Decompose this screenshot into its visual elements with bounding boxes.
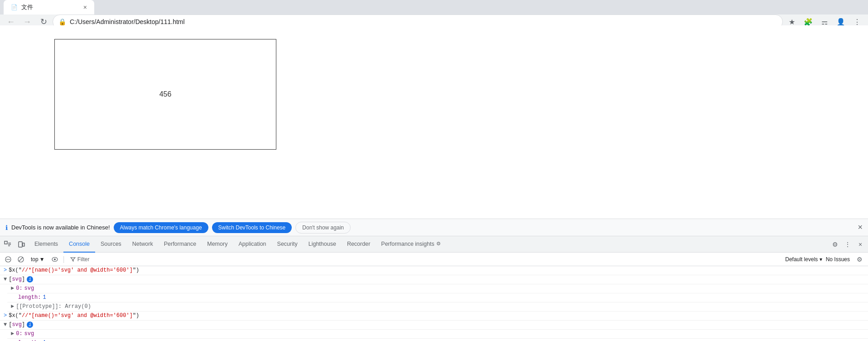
- result-key-0-2: 0:: [16, 331, 22, 337]
- device-toggle-button[interactable]: [15, 239, 27, 250]
- svg-display-box: 456: [54, 39, 276, 150]
- context-dropdown-icon: ▼: [39, 256, 45, 263]
- tab-performance-insights[interactable]: Performance insights ⚙: [376, 236, 446, 253]
- result-prototype: [[Prototype]]: Array(0): [16, 303, 91, 310]
- tab-favicon: 📄: [11, 4, 18, 10]
- devtools-tab-bar: Elements Console Sources Network Perform…: [0, 236, 868, 253]
- context-label: top: [31, 256, 39, 263]
- console-input-text: $x("//*[name()='svg' and @width='600']"): [9, 267, 139, 273]
- devtools-close-button[interactable]: ×: [854, 239, 866, 250]
- tab-application[interactable]: Application: [233, 236, 271, 253]
- console-line: > $x("//*[name()='svg' and @width='600']…: [0, 266, 868, 275]
- always-match-button[interactable]: Always match Chrome's language: [114, 222, 208, 233]
- performance-insights-icon: ⚙: [436, 241, 441, 247]
- console-toolbar: top ▼ | Filter Default levels ▾ No Issue…: [0, 253, 868, 266]
- svg-number: 456: [159, 90, 172, 98]
- svg-point-8: [54, 258, 56, 260]
- tab-lighthouse[interactable]: Lighthouse: [303, 236, 342, 253]
- devtools-settings-button[interactable]: ⚙: [829, 239, 841, 250]
- svg-rect-0: [5, 241, 7, 244]
- input-chevron-icon: >: [4, 267, 7, 273]
- default-levels-button[interactable]: Default levels ▾: [785, 256, 822, 263]
- svg-line-6: [19, 257, 23, 261]
- svg-rect-2: [23, 243, 24, 246]
- address-icon: 🔒: [58, 18, 66, 25]
- result-value-tag: svg: [24, 285, 34, 292]
- no-issues-label: No Issues: [826, 256, 850, 263]
- input-chevron-icon-2: >: [4, 312, 7, 319]
- devtools-more-button[interactable]: ⋮: [842, 239, 854, 250]
- tab-title: 文件: [21, 3, 33, 11]
- tab-security[interactable]: Security: [272, 236, 303, 253]
- console-result-child-prototype: ► [[Prototype]]: Array(0): [7, 302, 868, 312]
- child-arrow-icon-2[interactable]: ►: [11, 331, 14, 337]
- notification-close-button[interactable]: ×: [858, 223, 863, 232]
- filter-button[interactable]: Filter: [68, 255, 92, 263]
- devtools-right-icons: ⚙ ⋮ ×: [829, 239, 866, 250]
- result-value-tag-2: svg: [24, 331, 34, 337]
- eye-button[interactable]: [49, 254, 60, 265]
- tab-memory[interactable]: Memory: [202, 236, 233, 253]
- result-tag-2: [svg]: [9, 322, 25, 328]
- tab-elements[interactable]: Elements: [29, 236, 63, 253]
- dont-show-button[interactable]: Don't show again: [295, 222, 351, 234]
- devtools-panel: Elements Console Sources Network Perform…: [0, 236, 868, 341]
- console-result-child-length-2: length: 1: [7, 339, 868, 341]
- prototype-arrow-icon[interactable]: ►: [11, 303, 14, 310]
- browser-tab[interactable]: 📄 文件 ×: [4, 0, 94, 15]
- console-result-child-length: length: 1: [7, 293, 868, 302]
- console-result-child-0-2: ► 0: svg: [7, 330, 868, 339]
- console-result-group-1: ▼ [svg] i: [0, 275, 868, 284]
- tab-recorder[interactable]: Recorder: [342, 236, 376, 253]
- page-content: 456: [0, 25, 868, 219]
- notification-text: DevTools is now available in Chinese!: [11, 224, 110, 231]
- inspect-element-button[interactable]: [2, 239, 14, 250]
- tab-network[interactable]: Network: [127, 236, 159, 253]
- result-length-key: length:: [18, 294, 41, 301]
- console-input-text-2: $x("//*[name()='svg' and @width='600']"): [9, 312, 139, 319]
- clear-console-button[interactable]: [3, 254, 14, 265]
- svg-rect-1: [19, 242, 22, 247]
- result-length-value: 1: [43, 294, 46, 301]
- default-levels: Default levels ▾ No Issues ⚙: [785, 253, 865, 265]
- child-arrow-icon[interactable]: ►: [11, 285, 14, 292]
- issues-settings-button[interactable]: ⚙: [854, 253, 865, 265]
- console-output[interactable]: > $x("//*[name()='svg' and @width='600']…: [0, 266, 868, 341]
- console-line-2: > $x("//*[name()='svg' and @width='600']…: [0, 312, 868, 321]
- filter-label: Filter: [77, 256, 90, 263]
- notification-bar: ℹ DevTools is now available in Chinese! …: [0, 219, 868, 236]
- result-tag: [svg]: [9, 276, 25, 283]
- notification-icon: ℹ: [5, 224, 8, 231]
- console-result-child-0: ► 0: svg: [7, 284, 868, 293]
- result-key-0: 0:: [16, 285, 22, 292]
- console-result-group-2: ▼ [svg] i: [0, 321, 868, 330]
- devtools-left-icons: [2, 239, 27, 250]
- tab-bar: 📄 文件 ×: [0, 0, 868, 15]
- context-selector[interactable]: top ▼: [28, 255, 48, 263]
- expand-arrow-icon[interactable]: ▼: [4, 276, 7, 283]
- address-text: C:/Users/Administrator/Desktop/111.html: [70, 18, 777, 25]
- tab-sources[interactable]: Sources: [95, 236, 127, 253]
- switch-devtools-button[interactable]: Switch DevTools to Chinese: [212, 222, 292, 233]
- tab-console[interactable]: Console: [63, 236, 95, 253]
- result-info-icon-2: i: [27, 322, 33, 328]
- tab-close-button[interactable]: ×: [83, 4, 87, 11]
- tab-performance[interactable]: Performance: [159, 236, 202, 253]
- ban-button[interactable]: [15, 254, 26, 265]
- result-info-icon: i: [27, 276, 33, 283]
- browser-chrome: 📄 文件 × ← → ↻ 🔒 C:/Users/Administrator/De…: [0, 0, 868, 25]
- expand-arrow-icon-2[interactable]: ▼: [4, 322, 7, 328]
